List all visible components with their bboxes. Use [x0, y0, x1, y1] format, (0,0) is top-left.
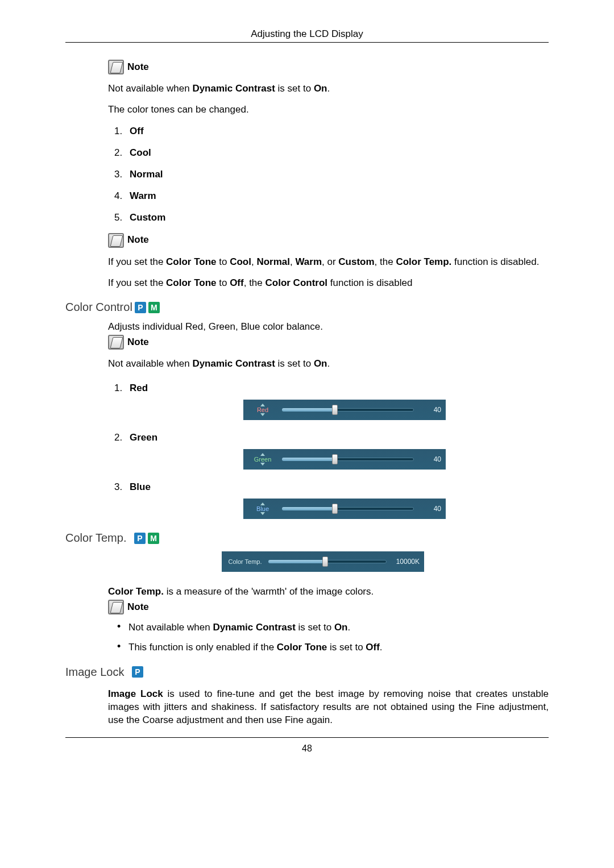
- t: is set to: [296, 622, 334, 633]
- t: If you set the: [108, 277, 166, 288]
- color-tone-options: Off Cool Normal Warm Custom: [108, 125, 549, 225]
- t: On: [334, 622, 348, 633]
- slider-red: Red 40: [243, 400, 446, 420]
- slider-value-colortemp: 10000K: [390, 557, 420, 566]
- opt-cool: Cool: [130, 147, 151, 158]
- list-item: Cool: [125, 147, 549, 160]
- note-label: Note: [127, 601, 149, 614]
- t: is a measure of the 'warmth' of the imag…: [164, 586, 374, 597]
- list-item: Not available when Dynamic Contrast is s…: [117, 621, 549, 634]
- note-label: Note: [127, 234, 149, 247]
- para-not-available-2: Not available when Dynamic Contrast is s…: [108, 358, 549, 371]
- content-area: Note Not available when Dynamic Contrast…: [65, 60, 549, 727]
- slider-fill: [282, 507, 335, 510]
- slider-label-blue: Blue: [256, 505, 269, 512]
- label-red: Red: [130, 383, 148, 393]
- t: .: [327, 358, 330, 369]
- slider-thumb: [332, 454, 338, 464]
- page-header: Adjusting the LCD Display: [0, 28, 614, 40]
- list-item: Warm: [125, 190, 549, 203]
- para-disable-temp: If you set the Color Tone to Cool, Norma…: [108, 256, 549, 269]
- t: Color Tone: [166, 256, 216, 267]
- list-item-red: Red Red 40: [125, 382, 549, 420]
- slider-fill: [282, 458, 335, 461]
- heading-color-temp: Color Temp. P M: [65, 530, 549, 546]
- t: function is disabled.: [451, 256, 539, 267]
- t: Off: [366, 642, 380, 653]
- note-label: Note: [127, 336, 149, 349]
- opt-normal: Normal: [130, 169, 163, 180]
- list-item: This function is only enabled if the Col…: [117, 641, 549, 654]
- slider-track: [268, 560, 387, 563]
- slider-track: [282, 408, 414, 412]
- slider-blue: Blue 40: [243, 499, 446, 519]
- opt-off: Off: [130, 126, 144, 136]
- chevron-down-icon: [260, 413, 265, 416]
- t: Color Control: [265, 277, 328, 288]
- note-icon: [108, 600, 124, 614]
- t: Color Tone: [166, 277, 216, 288]
- slider-green: Green 40: [243, 449, 446, 470]
- t: Color Temp.: [108, 586, 164, 597]
- t: Color Temp.: [396, 256, 451, 267]
- tag-p-icon: P: [134, 533, 146, 544]
- t: Normal: [256, 256, 290, 267]
- label-blue: Blue: [130, 481, 151, 492]
- t: Dynamic Contrast: [213, 622, 295, 633]
- top-rule: [65, 42, 549, 43]
- list-item: Off: [125, 125, 549, 138]
- opt-custom: Custom: [130, 212, 165, 223]
- t: Not available when: [108, 83, 192, 94]
- t: Dynamic Contrast: [192, 358, 275, 369]
- slider-thumb: [322, 556, 328, 567]
- chevron-down-icon: [260, 463, 265, 466]
- t: , the: [375, 256, 396, 267]
- opt-warm: Warm: [130, 190, 156, 201]
- tag-m-icon: M: [148, 302, 160, 313]
- t: to: [217, 277, 230, 288]
- t: ,: [251, 256, 256, 267]
- heading-text: Color Control: [65, 300, 132, 315]
- slider-value-blue: 40: [417, 504, 441, 513]
- t: Not available when: [128, 622, 213, 633]
- slider-label-colortemp: Color Temp.: [228, 558, 262, 565]
- para-tones-changed: The color tones can be changed.: [108, 103, 549, 117]
- colortemp-notes: Not available when Dynamic Contrast is s…: [108, 621, 549, 654]
- para-disable-control: If you set the Color Tone to Off, the Co…: [108, 277, 549, 290]
- slider-color-temp: Color Temp. 10000K: [222, 551, 424, 572]
- note-icon: [108, 335, 124, 350]
- document-page: Adjusting the LCD Display Note Not avail…: [0, 0, 614, 776]
- t: to: [217, 256, 230, 267]
- slider-track: [282, 507, 414, 510]
- t: Color Tone: [277, 642, 327, 653]
- t: .: [327, 83, 330, 94]
- slider-label-green: Green: [254, 456, 272, 463]
- t: Not available when: [108, 358, 192, 369]
- list-item: Normal: [125, 168, 549, 181]
- heading-text: Color Temp.: [65, 530, 126, 546]
- t: , or: [322, 256, 338, 267]
- heading-text: Image Lock: [65, 665, 124, 680]
- slider-thumb: [332, 504, 338, 514]
- t: ,: [290, 256, 295, 267]
- slider-fill: [282, 408, 335, 412]
- note-icon: [108, 233, 124, 248]
- slider-value-green: 40: [417, 455, 441, 464]
- tag-p-icon: P: [135, 302, 146, 313]
- rgb-list: Red Red 40: [108, 382, 549, 519]
- tag-p-icon: P: [132, 666, 143, 678]
- para-not-available-1: Not available when Dynamic Contrast is s…: [108, 82, 549, 95]
- t: is set to: [275, 83, 314, 94]
- t: , the: [244, 277, 265, 288]
- t: Off: [230, 277, 244, 288]
- slider-value-red: 40: [417, 405, 441, 414]
- t: .: [348, 622, 351, 633]
- slider-label-red: Red: [257, 406, 268, 413]
- tag-m-icon: M: [148, 533, 159, 544]
- heading-color-control: Color Control P M: [65, 300, 549, 315]
- slider-track: [282, 458, 414, 461]
- t: is set to: [275, 358, 314, 369]
- para-color-control-intro: Adjusts individual Red, Green, Blue colo…: [108, 321, 549, 334]
- t: If you set the: [108, 256, 166, 267]
- list-item: Custom: [125, 211, 549, 225]
